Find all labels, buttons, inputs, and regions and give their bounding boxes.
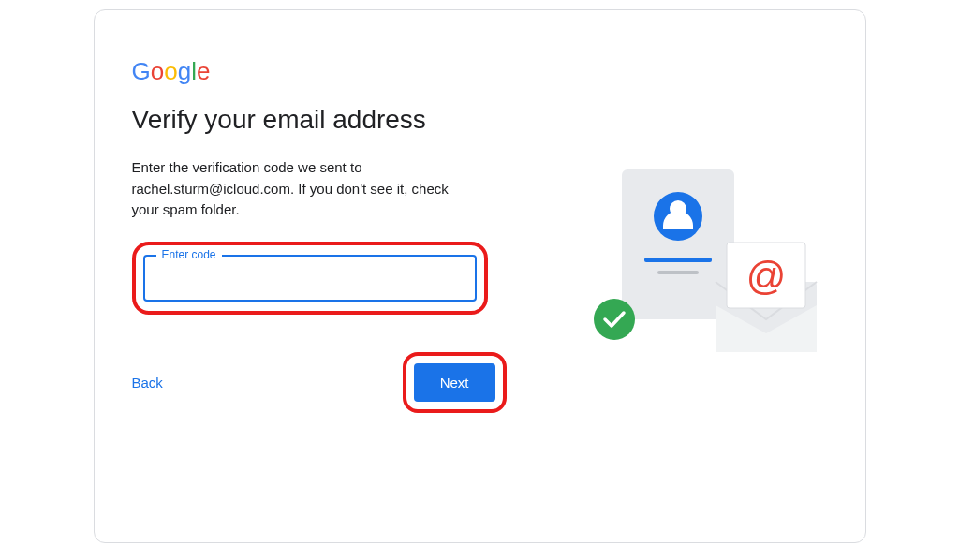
logo-letter: e (197, 57, 210, 85)
svg-text:@: @ (745, 254, 786, 298)
signup-card: Google Verify your email address Enter t… (94, 9, 866, 543)
back-button[interactable]: Back (132, 375, 163, 391)
verification-illustration: @ (575, 169, 828, 385)
code-input-label: Enter code (156, 248, 222, 261)
page-title: Verify your email address (132, 105, 488, 135)
code-input[interactable] (160, 270, 460, 287)
svg-point-5 (594, 299, 635, 340)
code-input-highlight: Enter code (132, 242, 488, 315)
next-button-highlight: Next (403, 352, 507, 413)
button-row: Back Next (132, 352, 507, 413)
svg-rect-4 (657, 271, 699, 274)
description-text: Enter the verification code we sent to r… (132, 157, 479, 221)
logo-letter: G (132, 57, 151, 85)
svg-rect-3 (644, 258, 712, 262)
left-section: Google Verify your email address Enter t… (132, 57, 507, 505)
next-button[interactable]: Next (414, 363, 495, 402)
logo-letter: g (178, 57, 191, 85)
logo-letter: o (151, 57, 164, 85)
logo-letter: o (164, 57, 177, 85)
google-logo: Google (132, 57, 488, 86)
code-input-container[interactable]: Enter code (143, 255, 477, 302)
